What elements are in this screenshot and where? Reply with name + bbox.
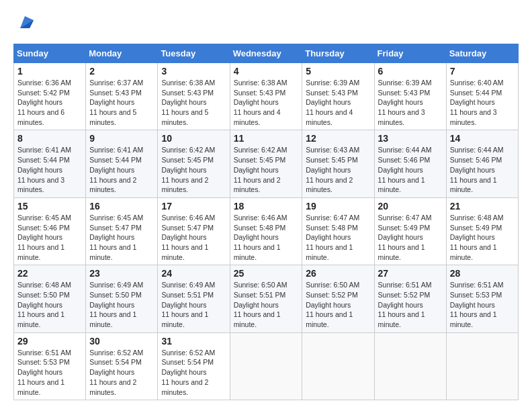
- day-info: Sunrise: 6:47 AMSunset: 5:48 PMDaylight …: [306, 213, 370, 262]
- day-number: 23: [89, 268, 154, 279]
- calendar-cell: 5Sunrise: 6:39 AMSunset: 5:43 PMDaylight…: [302, 63, 374, 130]
- calendar-cell: 24Sunrise: 6:49 AMSunset: 5:51 PMDayligh…: [158, 265, 230, 332]
- calendar-cell: 27Sunrise: 6:51 AMSunset: 5:52 PMDayligh…: [374, 265, 446, 332]
- calendar-cell: [374, 332, 446, 400]
- calendar-day-header: Monday: [86, 44, 158, 63]
- calendar-header-row: SundayMondayTuesdayWednesdayThursdayFrid…: [14, 44, 519, 63]
- calendar-cell: 12Sunrise: 6:43 AMSunset: 5:45 PMDayligh…: [302, 130, 374, 197]
- day-number: 22: [17, 268, 82, 279]
- day-number: 6: [378, 66, 443, 77]
- day-info: Sunrise: 6:46 AMSunset: 5:48 PMDaylight …: [234, 213, 299, 262]
- calendar-cell: 6Sunrise: 6:39 AMSunset: 5:43 PMDaylight…: [374, 63, 446, 130]
- calendar-cell: 28Sunrise: 6:51 AMSunset: 5:53 PMDayligh…: [446, 265, 518, 332]
- day-info: Sunrise: 6:47 AMSunset: 5:49 PMDaylight …: [378, 213, 443, 262]
- calendar-cell: [446, 332, 518, 400]
- day-info: Sunrise: 6:52 AMSunset: 5:54 PMDaylight …: [161, 348, 226, 397]
- calendar-table: SundayMondayTuesdayWednesdayThursdayFrid…: [13, 44, 519, 400]
- calendar-cell: 22Sunrise: 6:48 AMSunset: 5:50 PMDayligh…: [14, 265, 86, 332]
- calendar-cell: 3Sunrise: 6:38 AMSunset: 5:43 PMDaylight…: [158, 63, 230, 130]
- calendar-cell: 30Sunrise: 6:52 AMSunset: 5:54 PMDayligh…: [86, 332, 158, 400]
- day-info: Sunrise: 6:45 AMSunset: 5:47 PMDaylight …: [89, 213, 154, 262]
- day-info: Sunrise: 6:51 AMSunset: 5:53 PMDaylight …: [450, 280, 515, 329]
- day-info: Sunrise: 6:46 AMSunset: 5:47 PMDaylight …: [161, 213, 226, 262]
- day-info: Sunrise: 6:41 AMSunset: 5:44 PMDaylight …: [17, 145, 82, 194]
- day-info: Sunrise: 6:50 AMSunset: 5:52 PMDaylight …: [306, 280, 370, 329]
- calendar-cell: 4Sunrise: 6:38 AMSunset: 5:43 PMDaylight…: [230, 63, 302, 130]
- day-number: 18: [234, 201, 299, 212]
- day-number: 29: [17, 336, 82, 347]
- day-info: Sunrise: 6:51 AMSunset: 5:53 PMDaylight …: [17, 348, 82, 397]
- calendar-cell: 13Sunrise: 6:44 AMSunset: 5:46 PMDayligh…: [374, 130, 446, 197]
- calendar-cell: [230, 332, 302, 400]
- day-number: 5: [306, 66, 370, 77]
- day-number: 13: [378, 133, 443, 144]
- calendar-cell: 21Sunrise: 6:48 AMSunset: 5:49 PMDayligh…: [446, 197, 518, 265]
- day-info: Sunrise: 6:50 AMSunset: 5:51 PMDaylight …: [234, 280, 299, 329]
- calendar-day-header: Friday: [374, 44, 446, 63]
- page-header: [13, 13, 519, 37]
- day-info: Sunrise: 6:37 AMSunset: 5:43 PMDaylight …: [89, 78, 154, 127]
- calendar-day-header: Saturday: [446, 44, 518, 63]
- day-info: Sunrise: 6:45 AMSunset: 5:46 PMDaylight …: [17, 213, 82, 262]
- day-number: 17: [161, 201, 226, 212]
- day-number: 9: [89, 133, 154, 144]
- day-info: Sunrise: 6:48 AMSunset: 5:50 PMDaylight …: [17, 280, 82, 329]
- day-number: 2: [89, 66, 154, 77]
- day-number: 19: [306, 201, 370, 212]
- calendar-cell: 2Sunrise: 6:37 AMSunset: 5:43 PMDaylight…: [86, 63, 158, 130]
- calendar-cell: 14Sunrise: 6:44 AMSunset: 5:46 PMDayligh…: [446, 130, 518, 197]
- calendar-week-row: 29Sunrise: 6:51 AMSunset: 5:53 PMDayligh…: [14, 332, 519, 400]
- calendar-cell: 18Sunrise: 6:46 AMSunset: 5:48 PMDayligh…: [230, 197, 302, 265]
- day-info: Sunrise: 6:52 AMSunset: 5:54 PMDaylight …: [89, 348, 154, 397]
- calendar-cell: 15Sunrise: 6:45 AMSunset: 5:46 PMDayligh…: [14, 197, 86, 265]
- calendar-cell: 20Sunrise: 6:47 AMSunset: 5:49 PMDayligh…: [374, 197, 446, 265]
- calendar-cell: 7Sunrise: 6:40 AMSunset: 5:44 PMDaylight…: [446, 63, 518, 130]
- day-info: Sunrise: 6:39 AMSunset: 5:43 PMDaylight …: [306, 78, 370, 127]
- day-info: Sunrise: 6:48 AMSunset: 5:49 PMDaylight …: [450, 213, 515, 262]
- calendar-cell: 1Sunrise: 6:36 AMSunset: 5:42 PMDaylight…: [14, 63, 86, 130]
- day-number: 31: [161, 336, 226, 347]
- calendar-cell: 8Sunrise: 6:41 AMSunset: 5:44 PMDaylight…: [14, 130, 86, 197]
- day-number: 20: [378, 201, 443, 212]
- calendar-week-row: 15Sunrise: 6:45 AMSunset: 5:46 PMDayligh…: [14, 197, 519, 265]
- day-number: 14: [450, 133, 515, 144]
- day-number: 28: [450, 268, 515, 279]
- day-number: 8: [17, 133, 82, 144]
- calendar-week-row: 8Sunrise: 6:41 AMSunset: 5:44 PMDaylight…: [14, 130, 519, 197]
- calendar-day-header: Thursday: [302, 44, 374, 63]
- day-number: 16: [89, 201, 154, 212]
- calendar-cell: 9Sunrise: 6:41 AMSunset: 5:44 PMDaylight…: [86, 130, 158, 197]
- calendar-day-header: Tuesday: [158, 44, 230, 63]
- day-number: 26: [306, 268, 370, 279]
- calendar-cell: 29Sunrise: 6:51 AMSunset: 5:53 PMDayligh…: [14, 332, 86, 400]
- day-number: 25: [234, 268, 299, 279]
- logo: [13, 13, 35, 37]
- day-info: Sunrise: 6:39 AMSunset: 5:43 PMDaylight …: [378, 78, 443, 127]
- day-info: Sunrise: 6:42 AMSunset: 5:45 PMDaylight …: [161, 145, 226, 194]
- day-number: 1: [17, 66, 82, 77]
- calendar-day-header: Sunday: [14, 44, 86, 63]
- calendar-cell: 23Sunrise: 6:49 AMSunset: 5:50 PMDayligh…: [86, 265, 158, 332]
- day-info: Sunrise: 6:43 AMSunset: 5:45 PMDaylight …: [306, 145, 370, 194]
- calendar-cell: [302, 332, 374, 400]
- day-number: 21: [450, 201, 515, 212]
- day-info: Sunrise: 6:49 AMSunset: 5:51 PMDaylight …: [161, 280, 226, 329]
- day-number: 11: [234, 133, 299, 144]
- calendar-week-row: 1Sunrise: 6:36 AMSunset: 5:42 PMDaylight…: [14, 63, 519, 130]
- calendar-day-header: Wednesday: [230, 44, 302, 63]
- calendar-body: 1Sunrise: 6:36 AMSunset: 5:42 PMDaylight…: [14, 63, 519, 400]
- day-info: Sunrise: 6:38 AMSunset: 5:43 PMDaylight …: [161, 78, 226, 127]
- calendar-cell: 10Sunrise: 6:42 AMSunset: 5:45 PMDayligh…: [158, 130, 230, 197]
- day-info: Sunrise: 6:42 AMSunset: 5:45 PMDaylight …: [234, 145, 299, 194]
- day-number: 15: [17, 201, 82, 212]
- logo-icon: [15, 13, 35, 34]
- calendar-cell: 26Sunrise: 6:50 AMSunset: 5:52 PMDayligh…: [302, 265, 374, 332]
- calendar-cell: 11Sunrise: 6:42 AMSunset: 5:45 PMDayligh…: [230, 130, 302, 197]
- calendar-week-row: 22Sunrise: 6:48 AMSunset: 5:50 PMDayligh…: [14, 265, 519, 332]
- day-info: Sunrise: 6:49 AMSunset: 5:50 PMDaylight …: [89, 280, 154, 329]
- day-number: 24: [161, 268, 226, 279]
- day-number: 7: [450, 66, 515, 77]
- day-number: 4: [234, 66, 299, 77]
- day-number: 10: [161, 133, 226, 144]
- day-info: Sunrise: 6:44 AMSunset: 5:46 PMDaylight …: [378, 145, 443, 194]
